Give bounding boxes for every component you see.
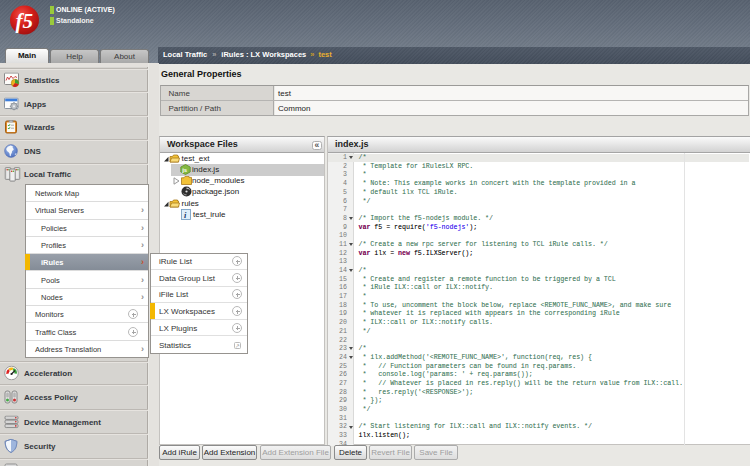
svg-text:f5: f5 [16,9,33,33]
svg-text:js: js [181,167,188,173]
